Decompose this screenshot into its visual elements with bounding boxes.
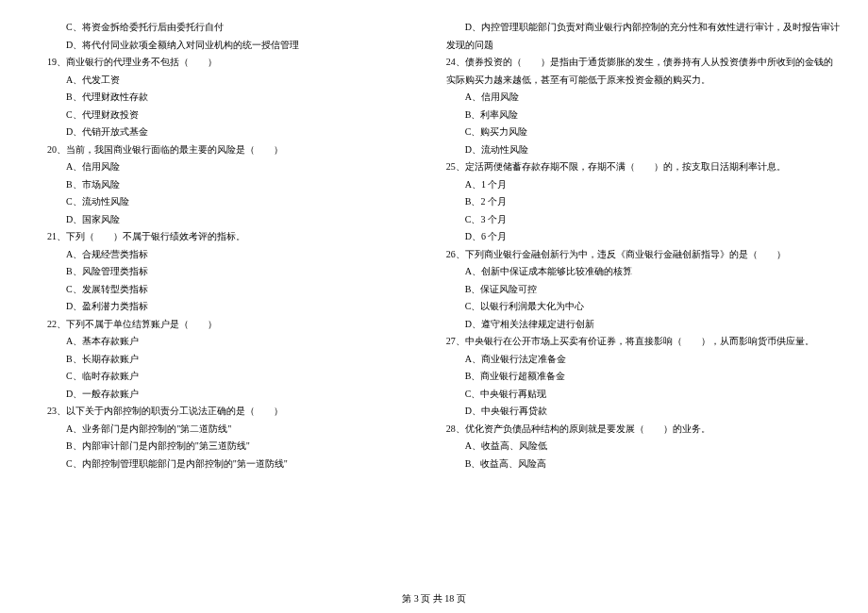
option-text: B、2 个月 (427, 193, 840, 211)
page-container: C、将资金拆给委托行后由委托行自付 D、将代付同业款项全额纳入对同业机构的统一授… (0, 0, 868, 585)
option-text: B、风险管理类指标 (28, 263, 390, 281)
option-text: A、1 个月 (427, 176, 840, 194)
option-text: C、将资金拆给委托行后由委托行自付 (28, 19, 390, 37)
right-column: D、内控管理职能部门负责对商业银行内部控制的充分性和有效性进行审计，及时报告审计… (427, 19, 840, 575)
question-text: 25、定活两便储蓄存款存期不限，存期不满（ ）的，按支取日活期利率计息。 (427, 158, 840, 176)
option-text: C、流动性风险 (28, 193, 390, 211)
option-text: D、遵守相关法律规定进行创新 (427, 316, 840, 334)
option-text: A、基本存款账户 (28, 333, 390, 351)
option-text: D、将代付同业款项全额纳入对同业机构的统一授信管理 (28, 37, 390, 55)
option-text: C、以银行利润最大化为中心 (427, 298, 840, 316)
option-text: A、收益高、风险低 (427, 438, 840, 456)
question-text: 27、中央银行在公开市场上买卖有价证券，将直接影响（ ），从而影响货币供应量。 (427, 333, 840, 351)
page-footer: 第 3 页 共 18 页 (0, 592, 868, 605)
option-text: C、代理财政投资 (28, 107, 390, 124)
option-text: C、临时存款账户 (28, 368, 390, 386)
option-text: D、国家风险 (28, 211, 390, 229)
question-text: 20、当前，我国商业银行面临的最主要的风险是（ ） (28, 141, 390, 159)
option-text: C、中央银行再贴现 (427, 386, 840, 404)
option-text: D、6 个月 (427, 228, 840, 246)
question-text: 22、下列不属于单位结算账户是（ ） (28, 316, 390, 334)
option-text: B、商业银行超额准备金 (427, 368, 840, 386)
option-text: C、3 个月 (427, 211, 840, 229)
option-text: D、内控管理职能部门负责对商业银行内部控制的充分性和有效性进行审计，及时报告审计 (427, 19, 840, 37)
option-text: B、代理财政性存款 (28, 89, 390, 107)
question-text: 26、下列商业银行金融创新行为中，违反《商业银行金融创新指导》的是（ ） (427, 246, 840, 264)
option-text: B、保证风险可控 (427, 281, 840, 299)
option-text: D、中央银行再贷款 (427, 403, 840, 421)
option-text: D、盈利潜力类指标 (28, 298, 390, 316)
option-text: B、利率风险 (427, 107, 840, 124)
option-text: A、代发工资 (28, 72, 390, 90)
option-text: B、收益高、风险高 (427, 456, 840, 473)
option-text: A、创新中保证成本能够比较准确的核算 (427, 263, 840, 281)
option-continuation: 发现的问题 (427, 37, 840, 55)
option-text: D、流动性风险 (427, 141, 840, 159)
option-text: A、合规经营类指标 (28, 246, 390, 264)
question-text: 21、下列（ ）不属于银行绩效考评的指标。 (28, 228, 390, 246)
question-text: 19、商业银行的代理业务不包括（ ） (28, 54, 390, 72)
option-text: C、内部控制管理职能部门是内部控制的"第一道防线" (28, 456, 390, 473)
option-text: B、长期存款账户 (28, 351, 390, 369)
option-text: A、业务部门是内部控制的"第二道防线" (28, 421, 390, 439)
option-text: A、信用风险 (28, 158, 390, 176)
question-continuation: 实际购买力越来越低，甚至有可能低于原来投资金额的购买力。 (427, 72, 840, 90)
option-text: B、市场风险 (28, 176, 390, 194)
left-column: C、将资金拆给委托行后由委托行自付 D、将代付同业款项全额纳入对同业机构的统一授… (28, 19, 390, 575)
question-text: 23、以下关于内部控制的职责分工说法正确的是（ ） (28, 403, 390, 421)
option-text: C、购买力风险 (427, 124, 840, 141)
option-text: D、一般存款账户 (28, 386, 390, 404)
question-text: 28、优化资产负债品种结构的原则就是要发展（ ）的业务。 (427, 421, 840, 439)
option-text: A、信用风险 (427, 89, 840, 107)
option-text: B、内部审计部门是内部控制的"第三道防线" (28, 438, 390, 456)
option-text: C、发展转型类指标 (28, 281, 390, 299)
option-text: A、商业银行法定准备金 (427, 351, 840, 369)
option-text: D、代销开放式基金 (28, 124, 390, 141)
question-text: 24、债券投资的（ ）是指由于通货膨胀的发生，债券持有人从投资债券中所收到的金钱… (427, 54, 840, 72)
